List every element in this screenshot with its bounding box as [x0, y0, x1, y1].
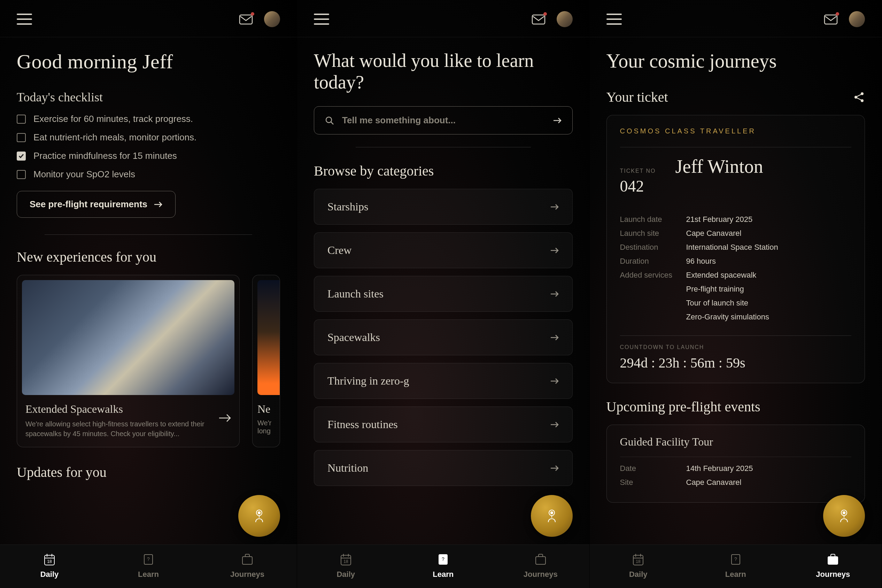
menu-icon[interactable] [606, 14, 622, 25]
nav-label: Journeys [816, 570, 850, 579]
category-row[interactable]: Fitness routines [314, 406, 573, 442]
svg-point-2 [258, 512, 260, 514]
ticket-detail-value: Extended spacewalk [686, 271, 757, 280]
svg-rect-17 [825, 15, 837, 24]
arrow-right-icon[interactable] [218, 413, 231, 423]
checklist-label: Monitor your SpO2 levels [33, 169, 135, 180]
share-icon[interactable] [853, 91, 865, 103]
learn-icon: ? [436, 552, 450, 566]
notification-dot-icon [251, 12, 254, 16]
ticket-detail-value: Tour of launch site [686, 298, 748, 308]
menu-icon[interactable] [314, 14, 329, 25]
header [297, 0, 590, 37]
divider [45, 234, 252, 235]
calendar-icon: 18 [631, 552, 645, 566]
experience-title: Ne [257, 403, 275, 416]
ticket-detail-value: Cape Canavarel [686, 229, 742, 238]
screen-learn: What would you like to learn today? Brow… [297, 0, 590, 588]
avatar[interactable] [556, 11, 573, 27]
checkbox[interactable] [17, 133, 26, 142]
nav-learn[interactable]: ? Learn [687, 545, 784, 588]
arrow-right-icon [550, 291, 559, 297]
ticket-detail-label: Launch date [620, 215, 686, 224]
nav-daily[interactable]: 18 Daily [297, 545, 394, 588]
category-row[interactable]: Thriving in zero-g [314, 363, 573, 399]
checkbox[interactable] [17, 115, 26, 124]
nav-journeys[interactable]: Journeys [784, 545, 882, 588]
nav-label: Learn [138, 570, 159, 579]
checklist-item: Monitor your SpO2 levels [17, 169, 280, 180]
avatar[interactable] [264, 11, 280, 27]
events-heading: Upcoming pre-flight events [606, 399, 865, 415]
checklist-item: Practice mindfulness for 15 minutes [17, 150, 280, 161]
category-row[interactable]: Spacewalks [314, 320, 573, 355]
ticket-detail-value: Pre-flight training [686, 285, 744, 294]
greeting-title: Good morning Jeff [17, 50, 280, 73]
nav-daily[interactable]: 18 Daily [590, 545, 687, 588]
category-label: Crew [327, 244, 351, 257]
checklist-heading: Today's checklist [17, 90, 280, 105]
suitcase-icon [534, 552, 548, 566]
countdown-label: COUNTDOWN TO LAUNCH [620, 344, 852, 350]
experience-title: Extended Spacewalks [26, 403, 218, 416]
arrow-right-icon [154, 201, 163, 208]
search-input[interactable] [342, 115, 545, 126]
mail-icon[interactable] [824, 14, 838, 25]
checkbox[interactable] [17, 170, 26, 179]
nav-label: Journeys [524, 570, 558, 579]
assistant-icon [836, 507, 852, 524]
event-detail-label: Site [620, 478, 686, 487]
ticket-no-label: TICKET NO [620, 168, 656, 174]
screen-journeys: Your cosmic journeys Your ticket COSMOS … [590, 0, 882, 588]
category-row[interactable]: Nutrition [314, 450, 573, 486]
nav-daily[interactable]: 18 Daily [0, 545, 99, 588]
nav-learn[interactable]: ? Learn [99, 545, 198, 588]
mail-icon[interactable] [532, 14, 546, 25]
experience-description: We'r [257, 419, 275, 427]
assistant-icon [251, 507, 267, 524]
countdown-value: 294d : 23h : 56m : 59s [620, 355, 852, 371]
updates-heading: Updates for you [17, 464, 280, 480]
avatar[interactable] [849, 11, 865, 27]
menu-icon[interactable] [17, 14, 32, 25]
journeys-title: Your cosmic journeys [606, 50, 865, 72]
category-row[interactable]: Crew [314, 232, 573, 268]
bottom-nav: 18 Daily ? Learn Journeys [590, 544, 882, 588]
category-label: Thriving in zero-g [327, 375, 409, 387]
ticket-class-label: COSMOS CLASS TRAVELLER [620, 127, 852, 135]
search-icon [325, 116, 334, 125]
suitcase-icon [240, 552, 254, 566]
ticket-detail-label: Launch site [620, 229, 686, 238]
calendar-icon: 18 [339, 552, 353, 566]
preflight-requirements-button[interactable]: See pre-flight requirements [17, 191, 176, 218]
checkbox-checked[interactable] [17, 152, 26, 160]
category-label: Nutrition [327, 462, 368, 474]
checklist-item: Exercise for 60 minutes, track progress. [17, 114, 280, 124]
assistant-fab-button[interactable] [531, 495, 573, 537]
event-card[interactable]: Guided Facility Tour Date14th February 2… [606, 424, 865, 502]
checklist-label: Practice mindfulness for 15 minutes [33, 150, 177, 161]
nav-learn[interactable]: ? Learn [394, 545, 492, 588]
nav-journeys[interactable]: Journeys [492, 545, 590, 588]
arrow-right-icon [550, 378, 559, 385]
nav-label: Daily [336, 570, 355, 579]
ticket-detail-value: 96 hours [686, 257, 716, 266]
experience-card-peek[interactable]: Ne We'r long [252, 275, 280, 447]
learn-title: What would you like to learn today? [314, 50, 573, 93]
svg-point-9 [326, 117, 332, 123]
notification-dot-icon [836, 12, 839, 16]
assistant-fab-button[interactable] [238, 495, 280, 537]
search-box[interactable] [314, 106, 573, 135]
arrow-right-icon [550, 421, 559, 428]
nav-label: Journeys [230, 570, 264, 579]
mail-icon[interactable] [239, 14, 253, 25]
ticket-detail-label: Added services [620, 271, 686, 280]
category-row[interactable]: Starships [314, 189, 573, 225]
arrow-right-icon[interactable] [553, 117, 562, 124]
category-row[interactable]: Launch sites [314, 276, 573, 312]
nav-journeys[interactable]: Journeys [198, 545, 297, 588]
assistant-fab-button[interactable] [823, 495, 865, 537]
experience-card[interactable]: Extended Spacewalks We're allowing selec… [17, 275, 240, 447]
ticket-detail-value: International Space Station [686, 243, 778, 252]
ticket-detail-value: Zero-Gravity simulations [686, 312, 769, 321]
